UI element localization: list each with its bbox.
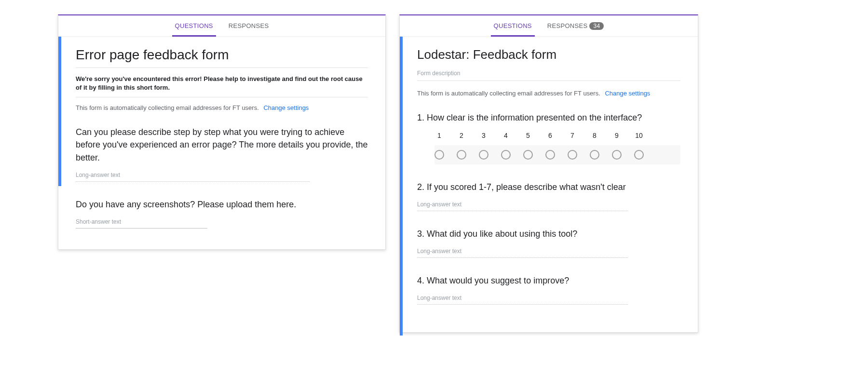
active-section-stripe	[400, 37, 403, 336]
scale-label-3: 3	[479, 132, 488, 139]
question-3-title[interactable]: 3. What did you like about using this to…	[417, 228, 680, 240]
scale-labels: 12345678910	[434, 132, 680, 139]
question-block-2: Do you have any screenshots? Please uplo…	[76, 198, 368, 229]
tab-responses-label: RESPONSES	[547, 22, 588, 29]
scale-label-6: 6	[545, 132, 555, 139]
scale-radio-6[interactable]	[545, 150, 555, 160]
question-1-title[interactable]: 1. How clear is the information presente…	[417, 111, 680, 124]
scale-radio-10[interactable]	[634, 150, 644, 160]
scale-label-4: 4	[501, 132, 511, 139]
question-block-2: 2. If you scored 1-7, please describe wh…	[417, 181, 680, 211]
scale-radio-7[interactable]	[568, 150, 577, 160]
email-collection-note: This form is automatically collecting em…	[417, 90, 680, 97]
question-2-title[interactable]: 2. If you scored 1-7, please describe wh…	[417, 181, 680, 193]
scale-label-8: 8	[590, 132, 599, 139]
email-collection-text: This form is automatically collecting em…	[76, 104, 259, 111]
tab-responses[interactable]: RESPONSES 34	[546, 15, 605, 36]
question-block-1: 1. How clear is the information presente…	[417, 111, 680, 164]
active-section-stripe	[58, 37, 61, 186]
scale-radio-9[interactable]	[612, 150, 622, 160]
form-description-placeholder[interactable]: Form description	[417, 70, 680, 81]
scale-label-10: 10	[634, 132, 644, 139]
question-block-4: 4. What would you suggest to improve? Lo…	[417, 274, 680, 305]
scale-radio-3[interactable]	[479, 150, 488, 160]
question-block-1: Can you please describe step by step wha…	[76, 126, 368, 181]
question-1-title[interactable]: Can you please describe step by step wha…	[76, 126, 368, 163]
question-block-3: 3. What did you like about using this to…	[417, 228, 680, 258]
change-settings-link[interactable]: Change settings	[605, 90, 650, 97]
long-answer-placeholder: Long-answer text	[76, 172, 310, 182]
form-title[interactable]: Error page feedback form	[76, 47, 368, 68]
short-answer-placeholder: Short-answer text	[76, 218, 207, 229]
tabs: QUESTIONS RESPONSES	[58, 15, 385, 37]
scale-radio-4[interactable]	[501, 150, 511, 160]
change-settings-link[interactable]: Change settings	[263, 104, 309, 111]
email-collection-note: This form is automatically collecting em…	[76, 104, 368, 111]
scale-radio-5[interactable]	[523, 150, 533, 160]
long-answer-placeholder: Long-answer text	[417, 248, 628, 258]
scale-radio-2[interactable]	[457, 150, 466, 160]
form-title[interactable]: Lodestar: Feedback form	[417, 47, 680, 62]
form-description[interactable]: We're sorry you've encountered this erro…	[76, 75, 368, 97]
tab-questions[interactable]: QUESTIONS	[174, 15, 214, 36]
scale-label-9: 9	[612, 132, 622, 139]
responses-count-badge: 34	[589, 22, 604, 30]
form-body: Error page feedback form We're sorry you…	[58, 37, 385, 259]
long-answer-placeholder: Long-answer text	[417, 201, 628, 211]
form-error-page: QUESTIONS RESPONSES Error page feedback …	[58, 14, 386, 250]
scale-label-2: 2	[457, 132, 466, 139]
scale-label-5: 5	[523, 132, 533, 139]
question-4-title[interactable]: 4. What would you suggest to improve?	[417, 274, 680, 287]
tabs: QUESTIONS RESPONSES 34	[400, 15, 698, 37]
form-body: Lodestar: Feedback form Form description…	[400, 37, 698, 336]
scale-label-1: 1	[434, 132, 444, 139]
scale-radios	[434, 145, 680, 164]
email-collection-text: This form is automatically collecting em…	[417, 90, 600, 97]
linear-scale: 12345678910	[434, 132, 680, 164]
tab-responses[interactable]: RESPONSES	[228, 15, 270, 36]
tab-questions[interactable]: QUESTIONS	[493, 15, 533, 36]
long-answer-placeholder: Long-answer text	[417, 295, 628, 305]
scale-radio-1[interactable]	[434, 150, 444, 160]
form-lodestar: QUESTIONS RESPONSES 34 Lodestar: Feedbac…	[399, 14, 698, 333]
scale-radio-8[interactable]	[590, 150, 599, 160]
question-2-title[interactable]: Do you have any screenshots? Please uplo…	[76, 198, 368, 211]
scale-label-7: 7	[568, 132, 577, 139]
